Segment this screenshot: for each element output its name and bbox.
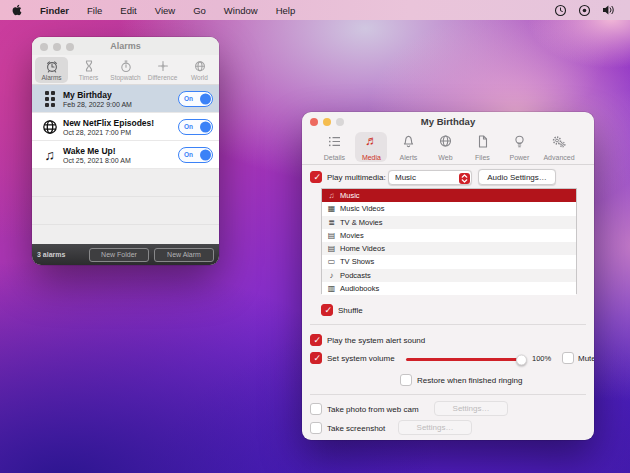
library-row-music-videos[interactable]: ▦Music Videos — [322, 202, 576, 215]
library-row-podcasts[interactable]: ♪Podcasts — [322, 269, 576, 282]
shuffle-row: Shuffle — [321, 304, 363, 316]
play-multimedia-checkbox[interactable] — [310, 171, 322, 183]
library-row-tv-and-movies[interactable]: ≣TV & Movies — [322, 216, 576, 229]
zoom-button[interactable] — [336, 118, 344, 126]
tab-advanced[interactable]: Advanced — [540, 132, 577, 162]
menubar-status-icons — [554, 4, 630, 17]
volume-slider[interactable] — [406, 358, 522, 361]
webcam-settings-button[interactable]: Settings… — [434, 401, 508, 416]
tab-details[interactable]: Details — [318, 132, 350, 162]
tab-alerts[interactable]: Alerts — [392, 132, 424, 162]
tv-movies-icon: ≣ — [326, 218, 337, 227]
tab-timers-label: Timers — [79, 74, 99, 81]
media-titlebar[interactable]: My Birthday — [302, 112, 594, 130]
tab-details-label: Details — [324, 154, 345, 161]
music-videos-icon: ▦ — [326, 204, 337, 213]
alarm-text: New NetFlix Episodes! Oct 28, 2021 7:00 … — [61, 118, 178, 136]
screenshot-checkbox[interactable] — [310, 422, 322, 434]
library-row-label: Home Videos — [340, 244, 385, 253]
clock-icon[interactable] — [554, 4, 567, 17]
media-traffic-lights — [310, 118, 344, 126]
tab-stopwatch[interactable]: Stopwatch — [109, 57, 142, 83]
media-library-list: ♫Music ▦Music Videos ≣TV & Movies ▤Movie… — [321, 188, 577, 294]
podcasts-icon: ♪ — [326, 271, 337, 280]
library-row-music[interactable]: ♫Music — [322, 189, 576, 202]
tab-world-label: World — [191, 74, 208, 81]
divider — [310, 324, 586, 325]
document-icon — [475, 134, 490, 149]
tab-difference-label: Difference — [148, 74, 178, 81]
alert-sound-checkbox[interactable] — [310, 334, 322, 346]
shuffle-checkbox[interactable] — [321, 304, 333, 316]
alarm-toggle[interactable]: On — [178, 119, 213, 135]
library-row-audiobooks[interactable]: ▥Audiobooks — [322, 282, 576, 295]
music-note-icon: ♫ — [38, 148, 61, 162]
alarm-row-wake-me-up[interactable]: ♫ Wake Me Up! Oct 25, 2021 8:00 AM On — [32, 141, 219, 169]
menu-help[interactable]: Help — [267, 5, 305, 16]
menu-finder[interactable]: Finder — [31, 5, 78, 16]
globe-icon — [38, 119, 61, 135]
library-row-label: Podcasts — [340, 271, 371, 280]
tab-web[interactable]: Web — [429, 132, 461, 162]
dots-grid-icon — [38, 91, 61, 107]
library-row-label: TV Shows — [340, 257, 374, 266]
menu-window[interactable]: Window — [215, 5, 267, 16]
tv-shows-icon: ▭ — [326, 257, 337, 266]
tab-world[interactable]: World — [183, 57, 216, 83]
menu-edit[interactable]: Edit — [111, 5, 145, 16]
play-multimedia-label: Play multimedia: — [327, 173, 386, 182]
toggle-knob — [200, 121, 211, 132]
minimize-button[interactable] — [53, 43, 61, 51]
alarm-title: My Birthday — [63, 90, 178, 100]
menu-go[interactable]: Go — [184, 5, 215, 16]
tab-power[interactable]: Power — [503, 132, 535, 162]
zoom-button[interactable] — [66, 43, 74, 51]
menu-view[interactable]: View — [146, 5, 184, 16]
restore-label: Restore when finished ringing — [417, 376, 522, 385]
tab-difference[interactable]: Difference — [146, 57, 179, 83]
gears-icon — [551, 134, 567, 149]
alarm-title: Wake Me Up! — [63, 146, 178, 156]
alarm-toggle[interactable]: On — [178, 91, 213, 107]
multimedia-source-dropdown[interactable]: Music — [388, 170, 472, 185]
webcam-checkbox[interactable] — [310, 403, 322, 415]
library-row-movies[interactable]: ▤Movies — [322, 229, 576, 242]
apple-icon — [12, 4, 22, 16]
tab-power-label: Power — [510, 154, 530, 161]
tab-alarms[interactable]: Alarms — [35, 57, 68, 83]
screen-record-icon[interactable] — [578, 4, 591, 17]
tab-web-label: Web — [438, 154, 452, 161]
alert-sound-row: Play the system alert sound — [310, 334, 425, 346]
close-button[interactable] — [310, 118, 318, 126]
new-alarm-button[interactable]: New Alarm — [154, 248, 214, 262]
hourglass-icon — [82, 59, 96, 73]
audio-settings-button[interactable]: Audio Settings… — [478, 169, 556, 185]
tab-stopwatch-label: Stopwatch — [110, 74, 140, 81]
volume-checkbox[interactable] — [310, 352, 322, 364]
library-row-label: Music — [340, 191, 360, 200]
tab-files[interactable]: Files — [466, 132, 498, 162]
apple-menu[interactable] — [0, 4, 31, 16]
new-folder-button[interactable]: New Folder — [89, 248, 149, 262]
dropdown-arrows-icon — [459, 173, 470, 184]
alarm-row-my-birthday[interactable]: My Birthday Feb 28, 2022 9:00 AM On — [32, 85, 219, 113]
alarm-row-netflix[interactable]: New NetFlix Episodes! Oct 28, 2021 7:00 … — [32, 113, 219, 141]
volume-slider-knob[interactable] — [516, 354, 527, 365]
alarms-titlebar[interactable]: Alarms — [32, 37, 219, 55]
volume-icon[interactable] — [602, 4, 616, 16]
screenshot-settings-button[interactable]: Settings… — [398, 420, 472, 435]
volume-row: Set system volume 100% Muted — [310, 352, 586, 364]
tab-timers[interactable]: Timers — [72, 57, 105, 83]
tab-media[interactable]: ♬ Media — [355, 132, 387, 162]
tab-advanced-label: Advanced — [543, 154, 574, 161]
alarms-status-bar: 3 alarms New Folder New Alarm — [32, 244, 219, 265]
menu-file[interactable]: File — [78, 5, 111, 16]
alarm-toggle[interactable]: On — [178, 147, 213, 163]
library-row-home-videos[interactable]: ▤Home Videos — [322, 242, 576, 255]
muted-checkbox[interactable] — [562, 352, 574, 364]
minimize-button[interactable] — [323, 118, 331, 126]
library-row-tv-shows[interactable]: ▭TV Shows — [322, 255, 576, 268]
restore-checkbox[interactable] — [400, 374, 412, 386]
close-button[interactable] — [40, 43, 48, 51]
alarm-datetime: Oct 28, 2021 7:00 PM — [63, 129, 178, 136]
